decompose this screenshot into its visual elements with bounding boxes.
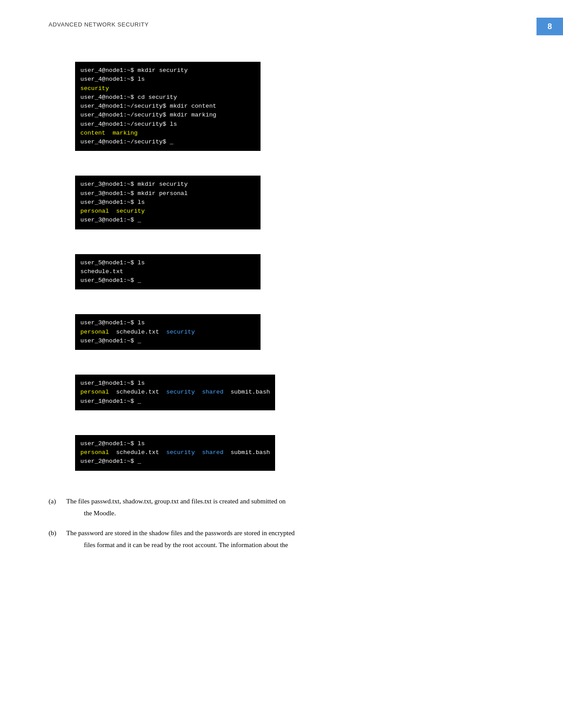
terminal-line: content marking (80, 129, 255, 138)
terminal-block-5: user_1@node1:~$ ls personal schedule.txt… (75, 375, 275, 410)
terminal-wrapper-4: user_3@node1:~$ ls personal schedule.txt… (75, 314, 519, 362)
terminal-block-3: user_5@node1:~$ ls schedule.txt user_5@n… (75, 254, 261, 290)
terminal-line: user_3@node1:~$ ls (80, 198, 255, 207)
terminal-line: user_4@node1:~/security$ mkdir content (80, 102, 255, 111)
page-number: 8 (548, 22, 552, 31)
terminal-line: user_1@node1:~$ _ (80, 397, 270, 406)
list-content-a: The files passwd.txt, shadow.txt, group.… (66, 495, 286, 519)
terminal-line: user_5@node1:~$ ls (80, 259, 255, 267)
list-text-a: The files passwd.txt, shadow.txt, group.… (66, 495, 286, 507)
list-text-b: The password are stored in the shadow fi… (66, 527, 295, 539)
terminal-line: user_3@node1:~$ _ (80, 337, 255, 345)
terminal-line: schedule.txt (80, 267, 255, 276)
list-label-b: (b) (49, 527, 66, 539)
list-content-b: The password are stored in the shadow fi… (66, 527, 295, 551)
terminal-line: user_5@node1:~$ _ (80, 276, 255, 285)
terminal-line: security (80, 84, 255, 93)
terminal-wrapper-6: user_2@node1:~$ ls personal schedule.txt… (75, 435, 519, 483)
page-number-tab: 8 (537, 18, 563, 35)
terminal-line: personal security (80, 207, 255, 216)
terminal-block-2: user_3@node1:~$ mkdir security user_3@no… (75, 176, 261, 229)
terminal-line: user_3@node1:~$ _ (80, 216, 255, 225)
terminal-wrapper-2: user_3@node1:~$ mkdir security user_3@no… (75, 176, 519, 241)
list-label-a: (a) (49, 495, 66, 507)
terminal-line: personal schedule.txt security shared su… (80, 388, 270, 397)
terminal-wrapper-1: user_4@node1:~$ mkdir security user_4@no… (75, 62, 519, 163)
page-header: ADVANCED NETWORK SECURITY (49, 21, 149, 28)
terminal-line: personal schedule.txt security (80, 328, 255, 337)
terminal-line: user_3@node1:~$ mkdir security (80, 180, 255, 189)
text-section: (a) The files passwd.txt, shadow.txt, gr… (49, 495, 519, 551)
list-continuation-a: the Moodle. (84, 507, 286, 519)
list-continuation-b: files format and it can be read by the r… (84, 539, 295, 551)
terminal-wrapper-3: user_5@node1:~$ ls schedule.txt user_5@n… (75, 254, 519, 302)
terminal-line: user_4@node1:~/security$ mkdir marking (80, 111, 255, 120)
terminal-block-1: user_4@node1:~$ mkdir security user_4@no… (75, 62, 261, 151)
terminal-line: user_4@node1:~/security$ ls (80, 120, 255, 129)
terminal-line: user_4@node1:~/security$ _ (80, 138, 255, 146)
terminal-block-4: user_3@node1:~$ ls personal schedule.txt… (75, 314, 261, 350)
list-item-a: (a) The files passwd.txt, shadow.txt, gr… (49, 495, 519, 519)
terminal-line: user_2@node1:~$ ls (80, 439, 270, 448)
terminal-line: user_4@node1:~$ cd security (80, 93, 255, 102)
terminal-line: user_4@node1:~$ ls (80, 75, 255, 84)
terminal-line: user_2@node1:~$ _ (80, 457, 270, 466)
terminal-line: user_4@node1:~$ mkdir security (80, 66, 255, 75)
terminal-line: user_3@node1:~$ mkdir personal (80, 189, 255, 198)
terminal-wrapper-5: user_1@node1:~$ ls personal schedule.txt… (75, 375, 519, 423)
page: 8 ADVANCED NETWORK SECURITY user_4@node1… (0, 0, 563, 728)
terminal-block-6: user_2@node1:~$ ls personal schedule.txt… (75, 435, 275, 471)
list-item-b: (b) The password are stored in the shado… (49, 527, 519, 551)
main-content: user_4@node1:~$ mkdir security user_4@no… (49, 62, 519, 551)
terminal-line: user_3@node1:~$ ls (80, 319, 255, 327)
terminal-line: personal schedule.txt security shared su… (80, 448, 270, 457)
terminal-line: user_1@node1:~$ ls (80, 379, 270, 388)
